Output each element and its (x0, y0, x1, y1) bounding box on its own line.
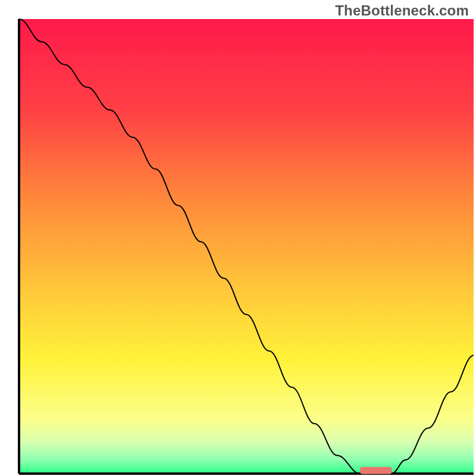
bottleneck-chart: TheBottleneck.com (0, 0, 476, 476)
optimal-marker (360, 467, 392, 474)
chart-svg (0, 0, 476, 476)
watermark-text: TheBottleneck.com (335, 2, 469, 19)
